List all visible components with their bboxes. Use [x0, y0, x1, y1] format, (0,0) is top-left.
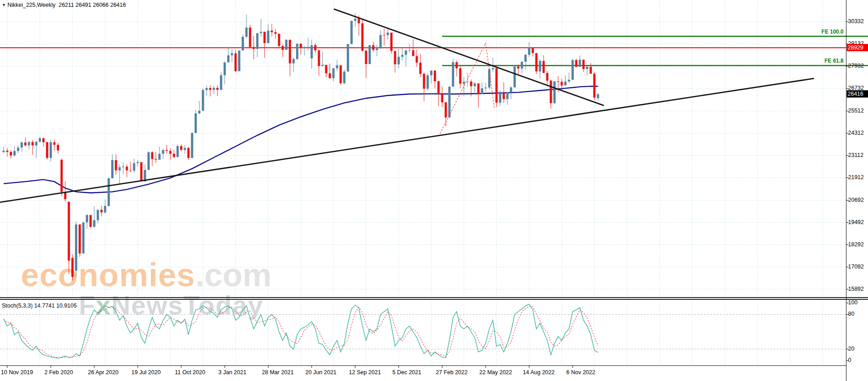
- date-axis-label: 6 Nov 2022: [566, 369, 595, 376]
- date-axis-label: 3 Jan 2021: [218, 369, 246, 376]
- fe-61-8-label: FE 61.8: [803, 58, 844, 64]
- stoch-axis-label: 0: [848, 357, 851, 363]
- fe-100-label: FE 100.0: [803, 29, 844, 35]
- stoch-axis-label: 100: [848, 299, 858, 306]
- trading-chart-window: economies.com FxNewsToday ▼ Nikkei_225,W…: [0, 0, 868, 381]
- symbol-dropdown-icon[interactable]: ▼: [2, 3, 6, 7]
- chart-canvas[interactable]: [0, 0, 868, 381]
- date-axis-label: 2 Feb 2020: [44, 369, 73, 376]
- symbol-period-label: Nikkei_225,Weekly: [7, 2, 55, 8]
- date-axis-label: 27 Feb 2022: [436, 369, 468, 376]
- date-axis-label: 22 May 2022: [479, 369, 512, 376]
- date-axis-label: 26 Apr 2020: [88, 369, 118, 376]
- price-axis-label: 15892: [848, 286, 864, 292]
- price-axis-label: 24312: [848, 130, 864, 136]
- date-axis-label: 10 Nov 2019: [1, 369, 33, 376]
- price-axis-label: 21912: [848, 174, 864, 181]
- price-axis-label: 18292: [848, 241, 864, 248]
- price-axis-label: 19492: [848, 219, 864, 225]
- date-axis-label: 20 Jun 2021: [305, 369, 337, 376]
- price-axis-label: 20692: [848, 197, 864, 203]
- ohlc-readout: 26211 26491 26066 26416: [58, 2, 126, 8]
- date-axis-label: 14 Aug 2022: [523, 369, 555, 376]
- resistance-price-tag: 28929: [847, 44, 868, 51]
- date-axis-label: 5 Dec 2021: [392, 369, 421, 376]
- price-axis-label: 17092: [848, 264, 864, 270]
- date-axis-label: 12 Sep 2021: [349, 369, 381, 376]
- price-axis-label: 30332: [848, 18, 864, 24]
- date-axis-label: 19 Jul 2020: [131, 369, 161, 376]
- date-axis-label: 28 Mar 2021: [262, 369, 294, 376]
- chart-title: ▼ Nikkei_225,Weekly 26211 26491 26066 26…: [2, 2, 126, 8]
- stoch-axis-label: 20: [848, 346, 854, 352]
- last-price-tag: 26416: [847, 90, 868, 98]
- stoch-axis-label: 80: [848, 311, 854, 317]
- price-axis-label: 27932: [848, 63, 864, 69]
- price-axis-label: 23112: [848, 152, 863, 158]
- date-axis-label: 11 Oct 2020: [175, 369, 205, 376]
- price-axis-label: 25512: [848, 107, 864, 114]
